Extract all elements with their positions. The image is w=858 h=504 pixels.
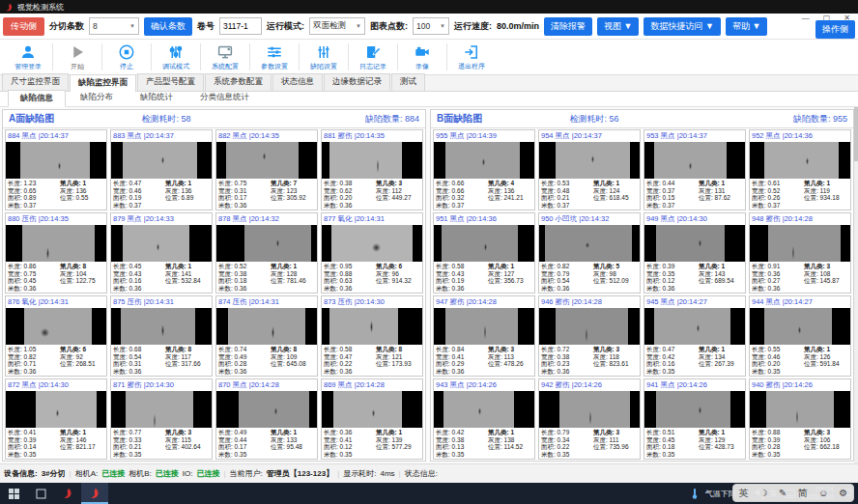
defect-cell[interactable]: 870 黑点 |20:14:28长度: 0.49宽度: 0.44面积: 0.17… (215, 378, 318, 460)
defect-cell[interactable]: 947 擦伤 |20:14:28长度: 0.84宽度: 0.41面积: 0.29… (433, 295, 535, 377)
defect-thumbnail[interactable] (216, 142, 317, 179)
defect-thumbnail[interactable] (6, 391, 106, 428)
defect-cell[interactable]: 869 黑点 |20:14:28长度: 0.36宽度: 0.41面积: 0.12… (321, 378, 423, 460)
defect-thumbnail[interactable] (322, 142, 422, 179)
defect-thumbnail[interactable] (750, 308, 850, 345)
defect-thumbnail[interactable] (111, 391, 212, 428)
defect-thumbnail[interactable] (434, 225, 534, 262)
defect-cell[interactable]: 945 黑点 |20:14:27长度: 0.47宽度: 0.42面积: 0.16… (644, 295, 746, 377)
defect-thumbnail[interactable] (6, 142, 106, 179)
toolbar-button-play[interactable]: 开始 (55, 43, 100, 71)
defect-thumbnail[interactable] (644, 391, 745, 428)
defect-thumbnail[interactable] (6, 225, 106, 262)
defect-cell[interactable]: 948 擦伤 |20:14:28长度: 0.91宽度: 0.36面积: 0.27… (749, 212, 851, 294)
defect-thumbnail[interactable] (216, 391, 317, 428)
minimize-button[interactable]: — (802, 14, 810, 23)
defect-thumbnail[interactable] (434, 308, 534, 345)
defect-cell[interactable]: 944 黑点 |20:14:27长度: 0.55宽度: 0.46面积: 0.20… (749, 295, 851, 377)
defect-thumbnail[interactable] (6, 308, 106, 345)
toolbar-button-monitor[interactable]: 系统配置 (203, 43, 247, 71)
defect-thumbnail[interactable] (750, 391, 850, 428)
toolbar-button-log[interactable]: 日志记录 (351, 43, 395, 71)
pen-icon[interactable]: ✎ (779, 488, 786, 498)
sub-tab-3[interactable]: 分类信息统计 (187, 89, 262, 106)
defect-cell[interactable]: 883 黑点 |20:14:37长度: 0.47宽度: 0.46面积: 0.19… (110, 129, 213, 210)
toolbar-button-sliders-v[interactable]: 缺陷设置 (301, 43, 346, 71)
drive-side-button[interactable]: 传动侧 (3, 17, 44, 36)
moon-icon[interactable]: ☽ (759, 488, 768, 498)
defect-cell[interactable]: 876 氧化 |20:14:31长度: 1.05宽度: 0.82面积: 0.71… (5, 295, 107, 377)
defect-cell[interactable]: 954 黑点 |20:14:37长度: 0.53宽度: 0.48面积: 0.21… (538, 129, 641, 210)
ime-english-mode[interactable]: 英 (739, 487, 749, 500)
defect-cell[interactable]: 880 压伤 |20:14:35长度: 0.86宽度: 0.75面积: 0.45… (5, 212, 107, 294)
defect-cell[interactable]: 951 黑点 |20:14:36长度: 0.58宽度: 0.43面积: 0.19… (433, 212, 535, 294)
defect-cell[interactable]: 950 小凹坑 |20:14:32长度: 0.82宽度: 0.79面积: 0.5… (538, 212, 641, 294)
view-menu-button[interactable]: 视图 ▼ (597, 17, 639, 36)
app-icon-pinned[interactable] (54, 483, 81, 504)
defect-thumbnail[interactable] (644, 225, 745, 262)
defect-cell[interactable]: 871 擦伤 |20:14:30长度: 0.77宽度: 0.33面积: 0.21… (110, 378, 213, 460)
defect-thumbnail[interactable] (111, 308, 212, 345)
defect-cell[interactable]: 879 黑点 |20:14:33长度: 0.45宽度: 0.43面积: 0.16… (110, 212, 213, 294)
defect-thumbnail[interactable] (644, 308, 745, 345)
defect-thumbnail[interactable] (539, 391, 640, 428)
defect-cell[interactable]: 881 擦伤 |20:14:35长度: 0.38宽度: 0.62面积: 0.20… (321, 129, 423, 210)
defect-thumbnail[interactable] (216, 308, 317, 345)
run-mode-select[interactable]: 双面检测 ▼ (309, 17, 365, 35)
defect-thumbnail[interactable] (322, 225, 422, 262)
defect-thumbnail[interactable] (750, 142, 850, 179)
defect-cell[interactable]: 940 擦伤 |20:14:26长度: 0.88宽度: 0.39面积: 0.28… (749, 378, 851, 460)
app-icon-running[interactable] (81, 483, 108, 504)
help-menu-button[interactable]: 帮助 ▼ (726, 17, 767, 36)
scrollbar-thumb[interactable] (854, 107, 858, 161)
defect-thumbnail[interactable] (322, 308, 422, 345)
defect-cell[interactable]: 955 黑点 |20:14:39长度: 0.66宽度: 0.66面积: 0.32… (433, 129, 535, 210)
defect-thumbnail[interactable] (434, 391, 534, 428)
defect-cell[interactable]: 873 压伤 |20:14:30长度: 0.58宽度: 0.47面积: 0.22… (321, 295, 423, 377)
defect-cell[interactable]: 949 黑点 |20:14:30长度: 0.39宽度: 0.35面积: 0.12… (644, 212, 746, 294)
toolbar-button-user[interactable]: 管理登录 (6, 43, 50, 71)
sub-tab-0[interactable]: 缺陷信息 (8, 90, 66, 107)
toolbar-button-sliders-h[interactable]: 参数设置 (252, 43, 297, 71)
defect-thumbnail[interactable] (539, 142, 640, 179)
defect-cell[interactable]: 882 黑点 |20:14:35长度: 0.75宽度: 0.31面积: 0.17… (215, 129, 318, 210)
ime-simplified-mode[interactable]: 简 (798, 487, 808, 500)
defect-cell[interactable]: 878 黑点 |20:14:32长度: 0.52宽度: 0.38面积: 0.18… (215, 212, 318, 294)
defect-cell[interactable]: 941 黑点 |20:14:26长度: 0.51宽度: 0.45面积: 0.18… (644, 378, 746, 460)
defect-thumbnail[interactable] (111, 142, 212, 179)
vertical-scrollbar[interactable] (854, 107, 858, 463)
main-tab-6[interactable]: 测试 (391, 73, 425, 91)
defect-thumbnail[interactable] (539, 225, 640, 262)
task-view-button[interactable] (27, 483, 54, 504)
main-tab-5[interactable]: 边缘数据记录 (324, 73, 390, 91)
toolbar-button-exit[interactable]: 退出程序 (449, 43, 494, 71)
defect-thumbnail[interactable] (539, 308, 640, 345)
toolbar-button-tune[interactable]: 调试模式 (154, 43, 198, 71)
main-tab-4[interactable]: 状态信息 (272, 73, 323, 91)
slit-count-select[interactable]: 8 ▼ (89, 17, 139, 35)
main-tab-1[interactable]: 缺陷监控界面 (70, 74, 136, 92)
emoji-icon[interactable]: ☺ (818, 488, 828, 498)
chart-points-select[interactable]: 100 ▼ (413, 17, 449, 35)
start-button[interactable] (0, 483, 27, 504)
defect-cell[interactable]: 943 黑点 |20:14:26长度: 0.42宽度: 0.38面积: 0.13… (433, 378, 535, 460)
defect-cell[interactable]: 884 黑点 |20:14:37长度: 1.23宽度: 0.65面积: 0.89… (5, 129, 107, 210)
defect-cell[interactable]: 942 擦伤 |20:14:26长度: 0.79宽度: 0.34面积: 0.22… (538, 378, 641, 460)
data-quick-access-button[interactable]: 数据快捷访问 ▼ (644, 17, 720, 36)
toolbar-button-stop[interactable]: 停止 (104, 43, 149, 71)
operate-side-button[interactable]: 操作侧 (815, 20, 855, 39)
toolbar-button-camera[interactable]: 录像 (400, 43, 444, 71)
defect-cell[interactable]: 875 压伤 |20:14:31长度: 0.68宽度: 0.54面积: 0.31… (110, 295, 213, 377)
sub-tab-2[interactable]: 缺陷统计 (128, 89, 186, 106)
defect-cell[interactable]: 953 黑点 |20:14:37长度: 0.44宽度: 0.37面积: 0.15… (644, 129, 746, 210)
main-tab-0[interactable]: 尺寸监控界面 (2, 73, 69, 91)
defect-thumbnail[interactable] (434, 142, 534, 179)
defect-cell[interactable]: 872 黑点 |20:14:30长度: 0.41宽度: 0.39面积: 0.14… (5, 378, 107, 460)
confirm-count-button[interactable]: 确认条数 (144, 17, 192, 36)
defect-cell[interactable]: 877 氧化 |20:14:31长度: 0.95宽度: 0.88面积: 0.63… (321, 212, 423, 294)
clear-alarm-button[interactable]: 清除报警 (544, 17, 592, 36)
defect-thumbnail[interactable] (322, 391, 422, 428)
defect-thumbnail[interactable] (216, 225, 317, 262)
ime-toolbar[interactable]: 英 ☽ ✎ 简 ☺ ⚙ (732, 484, 854, 502)
gear-icon[interactable]: ⚙ (839, 488, 847, 498)
